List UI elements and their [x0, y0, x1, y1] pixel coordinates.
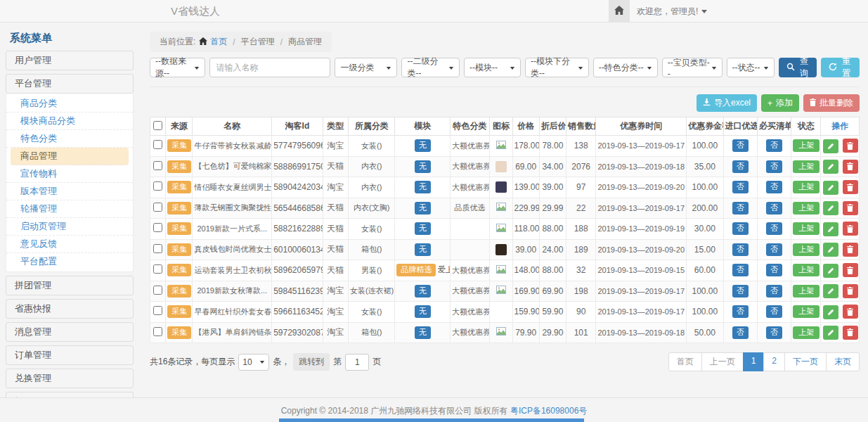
pager-page-2[interactable]: 2 — [763, 352, 785, 371]
pager-prev[interactable]: 上一页 — [701, 352, 744, 371]
sidebar-item-goods-management-active[interactable]: 商品管理 — [11, 148, 129, 165]
icp-link[interactable]: 粤ICP备16098006号 — [510, 406, 587, 416]
status-badge[interactable]: 上架 — [793, 202, 820, 215]
status-badge[interactable]: 上架 — [793, 305, 820, 318]
edit-button[interactable] — [823, 284, 838, 298]
row-checkbox[interactable] — [153, 244, 162, 253]
search-button[interactable]: 查询 — [779, 58, 817, 77]
import-select-toggle[interactable]: 否 — [732, 326, 749, 339]
import-excel-button[interactable]: 导入excel — [697, 94, 757, 112]
delete-button[interactable] — [843, 180, 858, 194]
status-badge[interactable]: 上架 — [793, 139, 820, 152]
row-checkbox[interactable] — [153, 264, 162, 274]
must-buy-toggle[interactable]: 否 — [766, 160, 782, 173]
import-select-toggle[interactable]: 否 — [732, 139, 749, 152]
delete-button[interactable] — [843, 160, 858, 174]
status-badge[interactable]: 上架 — [793, 326, 820, 339]
delete-button[interactable] — [843, 222, 858, 236]
sidebar-item-goods-category[interactable]: 商品分类 — [6, 95, 133, 113]
import-select-toggle[interactable]: 否 — [732, 243, 749, 256]
edit-button[interactable] — [823, 222, 838, 236]
breadcrumb-home-link[interactable]: 首页 — [199, 36, 227, 48]
edit-button[interactable] — [823, 160, 838, 174]
jump-button[interactable]: 跳转到 — [293, 353, 330, 371]
edit-button[interactable] — [823, 305, 838, 319]
select-all-checkbox[interactable] — [153, 121, 162, 130]
delete-button[interactable] — [843, 263, 858, 277]
row-checkbox[interactable] — [153, 306, 162, 315]
delete-button[interactable] — [843, 284, 858, 298]
delete-button[interactable] — [843, 326, 858, 340]
home-button[interactable] — [609, 0, 630, 23]
sidebar-group-platform[interactable]: 平台管理 — [6, 74, 134, 94]
edit-button[interactable] — [823, 326, 838, 340]
import-select-toggle[interactable]: 否 — [732, 160, 749, 173]
must-buy-toggle[interactable]: 否 — [766, 181, 782, 193]
batch-delete-button[interactable]: 批量删除 — [803, 94, 860, 112]
edit-button[interactable] — [823, 243, 838, 257]
import-select-toggle[interactable]: 否 — [732, 305, 749, 318]
row-checkbox[interactable] — [153, 286, 162, 295]
delete-button[interactable] — [843, 243, 858, 257]
sidebar-group-groupbuy[interactable]: 拼团管理 — [6, 276, 134, 295]
sidebar-item-version-management[interactable]: 版本管理 — [6, 183, 133, 200]
import-select-toggle[interactable]: 否 — [732, 222, 749, 235]
must-buy-toggle[interactable]: 否 — [766, 326, 782, 339]
import-select-toggle[interactable]: 否 — [732, 285, 749, 298]
row-checkbox[interactable] — [153, 203, 162, 212]
import-select-toggle[interactable]: 否 — [732, 202, 749, 215]
per-page-select[interactable]: 10 — [238, 354, 269, 371]
pager-next[interactable]: 下一页 — [784, 352, 827, 371]
page-number-input[interactable] — [345, 354, 369, 371]
filter-item-type-select[interactable]: --宝贝类型-- — [662, 58, 723, 77]
row-checkbox[interactable] — [153, 140, 162, 149]
status-badge[interactable]: 上架 — [793, 181, 820, 193]
must-buy-toggle[interactable]: 否 — [766, 202, 782, 215]
edit-button[interactable] — [823, 201, 838, 215]
sidebar-item-module-goods-category[interactable]: 模块商品分类 — [6, 113, 133, 130]
sidebar-item-carousel-management[interactable]: 轮播管理 — [6, 200, 133, 218]
must-buy-toggle[interactable]: 否 — [766, 264, 782, 276]
row-checkbox[interactable] — [153, 161, 162, 170]
import-select-toggle[interactable]: 否 — [732, 264, 749, 276]
edit-button[interactable] — [823, 139, 838, 153]
status-badge[interactable]: 上架 — [793, 160, 820, 173]
import-select-toggle[interactable]: 否 — [732, 181, 749, 193]
filter-source-select[interactable]: --数据来源-- — [150, 58, 205, 77]
edit-button[interactable] — [823, 181, 838, 195]
filter-level1-select[interactable]: 一级分类 — [335, 58, 397, 77]
sidebar-group-exchange[interactable]: 兑换管理 — [6, 369, 134, 388]
sidebar-group-express-news[interactable]: 省惠快报 — [6, 299, 134, 319]
status-badge[interactable]: 上架 — [793, 243, 820, 256]
row-checkbox[interactable] — [153, 181, 162, 191]
filter-name-input[interactable] — [209, 58, 330, 77]
delete-button[interactable] — [843, 305, 858, 319]
filter-feature-select[interactable]: --特色分类-- — [593, 58, 658, 77]
sidebar-item-platform-config[interactable]: 平台配置 — [6, 253, 133, 270]
status-badge[interactable]: 上架 — [793, 222, 820, 235]
status-badge[interactable]: 上架 — [793, 285, 820, 298]
pager-last[interactable]: 末页 — [826, 352, 860, 371]
sidebar-group-messages[interactable]: 消息管理 — [6, 322, 134, 342]
pager-page-1[interactable]: 1 — [743, 352, 765, 371]
must-buy-toggle[interactable]: 否 — [766, 139, 782, 152]
sidebar-group-orders[interactable]: 订单管理 — [6, 345, 134, 365]
filter-level2-select[interactable]: --二级分类-- — [401, 58, 460, 77]
must-buy-toggle[interactable]: 否 — [766, 305, 782, 318]
filter-status-select[interactable]: --状态-- — [727, 58, 775, 77]
delete-button[interactable] — [843, 139, 858, 153]
filter-module-sub-select[interactable]: --模块下分类-- — [525, 58, 589, 77]
add-button[interactable]: + 添加 — [761, 94, 799, 112]
sidebar-item-feedback[interactable]: 意见反馈 — [6, 236, 133, 253]
row-checkbox[interactable] — [153, 223, 162, 232]
must-buy-toggle[interactable]: 否 — [766, 222, 782, 235]
must-buy-toggle[interactable]: 否 — [766, 243, 782, 256]
sidebar-item-splash-management[interactable]: 启动页管理 — [6, 218, 133, 236]
status-badge[interactable]: 上架 — [793, 264, 820, 276]
sidebar-item-promo-material[interactable]: 宣传物料 — [6, 165, 133, 183]
row-checkbox[interactable] — [153, 327, 162, 336]
edit-button[interactable] — [823, 264, 838, 278]
reset-button[interactable]: 重置 — [821, 58, 860, 77]
delete-button[interactable] — [843, 201, 858, 215]
sidebar-group-users[interactable]: 用户管理 — [6, 51, 134, 70]
